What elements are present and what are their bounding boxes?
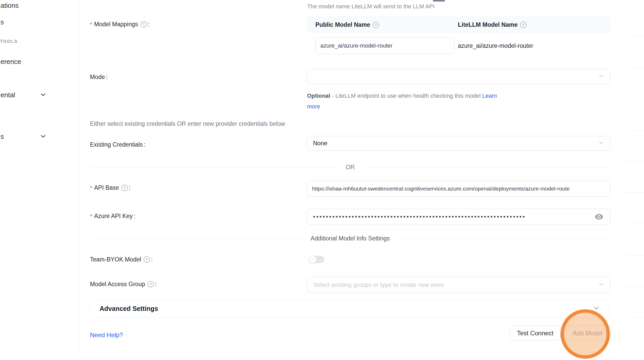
help-icon[interactable]: ? [520,22,526,28]
chevron-down-icon [598,140,604,147]
help-icon[interactable]: ? [373,22,379,28]
column-divider [454,21,454,29]
team-byok-label: Team-BYOK Model ? : [90,256,153,263]
required-asterisk: * [90,185,92,192]
table-row: azure_ai/azure-model-router [307,33,610,58]
chevron-down-icon [40,91,46,99]
existing-credentials-label: Existing Credentials: [90,141,146,148]
existing-credentials-value: None [313,140,327,147]
azure-api-key-input[interactable]: ••••••••••••••••••••••••••••••••••••••••… [307,209,610,225]
masked-api-key: ••••••••••••••••••••••••••••••••••••••••… [313,209,578,225]
sidebar-item-clipped[interactable]: ations [1,2,18,10]
advanced-settings-title: Advanced Settings [100,305,158,312]
help-icon[interactable]: ? [147,281,154,287]
toggle-knob [309,256,317,263]
help-icon[interactable]: ? [121,185,128,191]
sidebar-item-clipped[interactable]: erence [1,58,21,66]
api-base-label: * API Base ? : [90,184,131,191]
team-byok-toggle[interactable] [309,256,324,263]
required-asterisk: * [90,213,92,220]
mode-label: Mode: [90,74,108,81]
public-model-name-input[interactable] [315,37,454,54]
model-mappings-table: Public Model Name ? LiteLLM Model Name ?… [307,16,610,58]
mode-select[interactable] [307,69,610,84]
credentials-note: Either select existing credentials OR en… [90,120,285,127]
sidebar-item-clipped[interactable]: s [1,18,4,26]
litellm-model-name-value: azure_ai/azure-model-router [458,33,533,58]
add-model-button[interactable]: Add Model [564,326,610,341]
azure-api-key-label: * Azure API Key : [90,213,135,220]
api-base-input[interactable] [307,181,610,197]
help-icon[interactable]: ? [140,21,147,28]
model-access-group-label: Model Access Group ? : [90,281,157,288]
model-mappings-label: * Model Mappings ? : [90,21,149,28]
advanced-settings-header[interactable]: Advanced Settings [90,299,609,318]
mode-help-text: Optional - LiteLLM endpoint to use when … [307,90,507,112]
need-help-link[interactable]: Need Help? [90,331,123,339]
sidebar: ations s TOOLS erence ental s [0,0,79,360]
chevron-down-icon [40,133,46,140]
chevron-down-icon [598,73,604,81]
sidebar-section-header: TOOLS [0,39,18,44]
litellm-model-name-caption: The model name LiteLLM will send to the … [307,3,434,10]
help-icon[interactable]: ? [144,256,150,263]
test-connect-button[interactable]: Test Connect [510,326,561,341]
sidebar-item-clipped[interactable]: ental [1,91,15,99]
model-access-group-placeholder: Select existing groups or type to create… [313,282,444,289]
clipped-content-artifact [433,0,445,2]
add-model-form-panel: The model name LiteLLM will send to the … [79,0,622,357]
required-asterisk: * [90,21,92,28]
chevron-down-icon [593,305,600,312]
additional-info-divider: Additional Model Info Settings [90,235,610,242]
existing-credentials-select[interactable]: None [307,136,610,151]
sidebar-item-clipped[interactable]: s [1,133,4,141]
column-public-model-name: Public Model Name ? [307,21,454,28]
model-mappings-table-header: Public Model Name ? LiteLLM Model Name ? [307,16,610,33]
model-access-group-select[interactable]: Select existing groups or type to create… [307,277,610,293]
column-litellm-model-name: LiteLLM Model Name ? [454,21,610,28]
or-divider: OR [90,164,610,171]
chevron-down-icon [598,281,604,289]
eye-icon[interactable] [594,213,604,221]
